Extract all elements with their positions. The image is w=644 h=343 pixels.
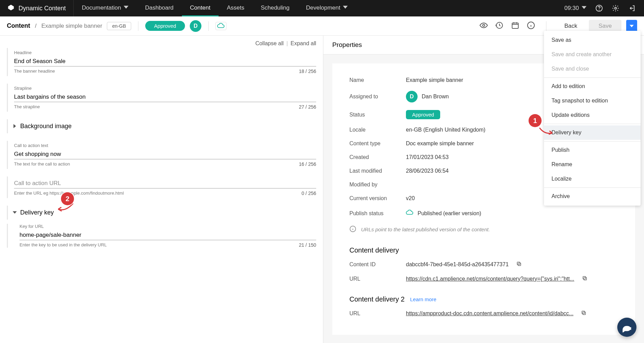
callout-1: 1: [529, 114, 542, 127]
expand-all[interactable]: Expand all: [290, 40, 316, 47]
nav-content-label: Content: [190, 4, 211, 11]
modified-label: Last modified: [349, 168, 406, 174]
strapline-counter: 27 / 256: [299, 104, 316, 110]
chevron-down-icon: [582, 5, 586, 12]
chat-fab[interactable]: [617, 318, 636, 337]
toolbar-sep: |: [286, 40, 288, 47]
history-icon[interactable]: [495, 21, 504, 31]
nav-assets[interactable]: Assets: [219, 0, 252, 16]
nav-development[interactable]: Development: [298, 0, 356, 16]
nav-documentation[interactable]: Documentation: [74, 0, 137, 16]
topnav: Documentation Dashboard Content Assets S…: [74, 0, 356, 16]
locale-value: en-GB (English United Kingdom): [406, 127, 485, 133]
publish-status-icon[interactable]: [215, 22, 226, 30]
logout-icon[interactable]: [628, 4, 636, 12]
status-pill[interactable]: Approved: [145, 21, 185, 31]
nav-documentation-label: Documentation: [82, 4, 121, 11]
dk-field-label: Key for URL: [20, 224, 316, 229]
menu-update-editions[interactable]: Update editions: [544, 108, 641, 122]
time[interactable]: 09:30: [564, 5, 586, 12]
menu-localize[interactable]: Localize: [544, 172, 641, 186]
nav-development-label: Development: [306, 4, 340, 11]
assigned-value: Dan Brown: [422, 94, 449, 100]
menu-delivery-key[interactable]: Delivery key: [544, 125, 641, 140]
menu-archive[interactable]: Archive: [544, 189, 641, 204]
assigned-label: Assigned to: [349, 94, 406, 100]
section-delivery-key[interactable]: Delivery key: [7, 206, 316, 220]
gear-icon[interactable]: [612, 4, 619, 12]
nav-scheduling[interactable]: Scheduling: [252, 0, 298, 16]
menu-publish[interactable]: Publish: [544, 143, 641, 157]
delivery-key-title: Delivery key: [20, 209, 54, 216]
cta-url-input[interactable]: [14, 179, 316, 188]
cta-url-counter: 0 / 256: [301, 191, 316, 196]
learn-more-link[interactable]: Learn more: [410, 296, 436, 302]
headline-input[interactable]: [14, 57, 316, 66]
svg-point-14: [627, 327, 628, 328]
svg-point-1: [599, 10, 599, 10]
copy-icon[interactable]: [581, 310, 586, 317]
info-icon: [349, 225, 356, 233]
content-delivery-2-title: Content delivery 2 Learn more: [349, 295, 618, 303]
menu-save-as[interactable]: Save as: [544, 33, 641, 47]
svg-rect-10: [583, 277, 585, 279]
content-delivery-title: Content delivery: [349, 246, 618, 254]
topbar: Dynamic Content Documentation Dashboard …: [0, 0, 644, 16]
svg-point-13: [625, 327, 626, 328]
locale-chip[interactable]: en-GB: [107, 22, 131, 30]
created-value: 17/01/2023 04:53: [406, 154, 449, 160]
strapline-input[interactable]: [14, 92, 316, 102]
callout-1-arrow: [538, 126, 555, 136]
info-icon[interactable]: [527, 21, 535, 31]
name-label: Name: [349, 77, 406, 83]
dk-counter: 21 / 150: [299, 242, 316, 248]
nav-assets-label: Assets: [227, 4, 244, 11]
chevron-down-icon: [343, 4, 348, 11]
eye-icon[interactable]: [480, 21, 488, 31]
save-dropdown-toggle[interactable]: [626, 20, 637, 32]
field-strapline: Strapline The strapline27 / 256: [7, 84, 316, 112]
save-button[interactable]: Save: [589, 20, 621, 32]
nav-content[interactable]: Content: [182, 0, 219, 16]
dk-helper: Enter the key to be used in the delivery…: [20, 242, 107, 248]
field-headline: Headline The banner headline18 / 256: [7, 48, 316, 76]
type-label: Content type: [349, 140, 406, 147]
help-icon[interactable]: [595, 4, 603, 12]
menu-save-close: Save and close: [544, 62, 641, 76]
svg-point-2: [615, 7, 617, 9]
back-button[interactable]: Back: [557, 20, 584, 32]
breadcrumb-current: Example simple banner: [41, 23, 102, 29]
menu-add-to-edition[interactable]: Add to edition: [544, 79, 641, 94]
url2-value[interactable]: https://ampproduct-doc.cdn.content.ampli…: [406, 310, 573, 317]
cta-text-input[interactable]: [14, 149, 316, 159]
cta-text-helper: The text for the call to action: [14, 161, 70, 167]
svg-rect-9: [584, 277, 586, 280]
copy-icon[interactable]: [582, 275, 587, 282]
status-badge: Approved: [406, 110, 440, 119]
cta-text-label: Call to action text: [14, 143, 316, 148]
form-toolbar: Collapse all | Expand all: [7, 40, 316, 47]
breadcrumb-root[interactable]: Content: [7, 22, 30, 29]
headline-label: Headline: [14, 50, 316, 55]
section-background-image[interactable]: Background image: [7, 119, 316, 133]
breadcrumb-sep: /: [35, 23, 37, 29]
menu-save-create-another: Save and create another: [544, 47, 641, 62]
cloud-icon: [406, 209, 413, 218]
nav-dashboard[interactable]: Dashboard: [137, 0, 182, 16]
info-text: URLs point to the latest published versi…: [361, 226, 490, 232]
svg-rect-12: [582, 311, 585, 314]
collapse-all[interactable]: Collapse all: [255, 40, 284, 47]
name-value: Example simple banner: [406, 77, 463, 83]
brand-icon: [8, 4, 14, 13]
status-label: Status: [349, 112, 406, 118]
avatar[interactable]: D: [190, 20, 201, 32]
menu-tag-snapshot[interactable]: Tag snapshot to edition: [544, 94, 641, 108]
delivery-key-input[interactable]: [20, 230, 316, 240]
menu-rename[interactable]: Rename: [544, 157, 641, 172]
copy-icon[interactable]: [516, 261, 522, 268]
url-value[interactable]: https://cdn.c1.amplience.net/cms/content…: [406, 276, 574, 282]
cta-text-counter: 16 / 256: [299, 161, 316, 167]
svg-rect-7: [518, 263, 521, 266]
calendar-icon[interactable]: [511, 21, 519, 31]
version-value: v20: [406, 195, 415, 201]
